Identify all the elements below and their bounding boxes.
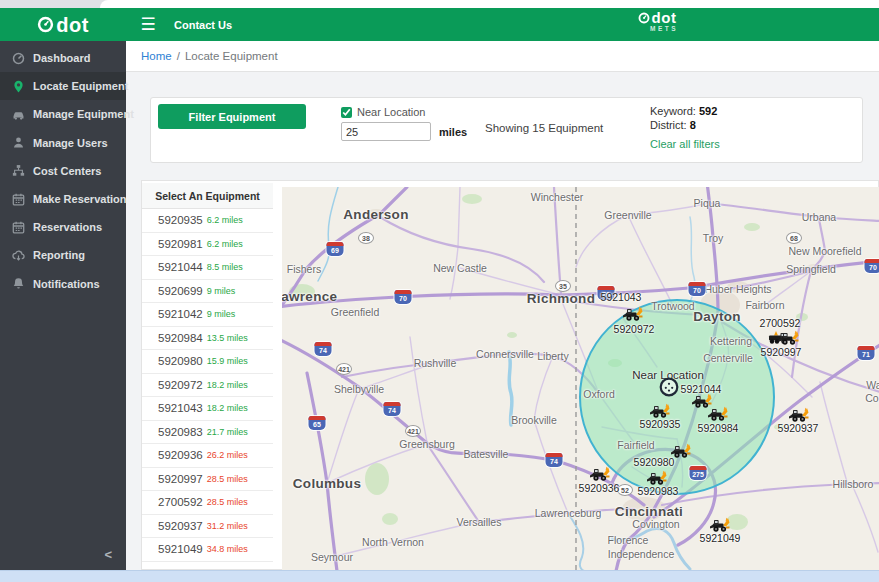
equipment-marker-5920937[interactable] — [789, 408, 811, 423]
map-city-label: Fairfield — [617, 439, 654, 451]
interstate-shield-65: 65 — [309, 416, 326, 430]
sidebar-item-cost-centers[interactable]: Cost Centers — [0, 157, 126, 185]
route-shield-38: 38 — [358, 232, 374, 244]
map-city-label: Batesville — [464, 448, 509, 460]
odot-mets-circle-icon — [638, 12, 650, 24]
equipment-marker-5920935[interactable] — [650, 404, 672, 419]
sidebar-item-dashboard[interactable]: Dashboard — [0, 44, 126, 72]
odot-logo[interactable]: dot — [0, 8, 126, 41]
district-filter-label: District: 8 — [650, 119, 696, 131]
equipment-marker-label: 5921044 — [681, 383, 722, 395]
equipment-row[interactable]: 592099728.5 miles — [142, 468, 273, 492]
radius-miles-input[interactable] — [341, 122, 431, 141]
showing-count-label: Showing 15 Equipment — [485, 122, 603, 134]
equipment-marker-5920936[interactable] — [590, 467, 612, 482]
equipment-list-header: Select An Equipment — [142, 183, 273, 209]
equipment-distance: 15.9 miles — [207, 356, 248, 366]
map-city-label: Greenfield — [331, 306, 379, 318]
breadcrumb-current: Locate Equipment — [185, 50, 278, 62]
equipment-marker-5920984[interactable] — [708, 407, 730, 422]
sidebar-item-label: Reservations — [33, 221, 102, 233]
interstate-shield-275: 275 — [690, 466, 707, 480]
car-icon — [12, 108, 25, 121]
equipment-list: Select An Equipment 59209356.2 miles5920… — [142, 183, 273, 569]
equipment-id: 5921049 — [158, 543, 203, 555]
equipment-id: 5920935 — [158, 214, 203, 226]
map-city-label: Trotwood — [651, 300, 694, 312]
equipment-marker-label: 5920983 — [638, 485, 679, 497]
equipment-marker[interactable] — [779, 331, 801, 346]
bell-icon — [12, 277, 25, 290]
map-city-label: Kettering — [710, 335, 752, 347]
equipment-row[interactable]: 592093731.2 miles — [142, 515, 273, 539]
clear-all-filters-link[interactable]: Clear all filters — [650, 138, 720, 150]
sidebar-item-notifications[interactable]: Notifications — [0, 270, 126, 298]
equipment-marker-label: 5920935 — [640, 418, 681, 430]
equipment-id: 5921043 — [158, 402, 203, 414]
sidebar-item-locate-equipment[interactable]: Locate Equipment — [0, 72, 126, 100]
equipment-row[interactable]: 59209356.2 miles — [142, 209, 273, 233]
equipment-marker-5920983[interactable] — [647, 471, 669, 486]
breadcrumb-separator: / — [177, 50, 180, 62]
equipment-id: 5920936 — [158, 449, 203, 461]
sidebar-item-reporting[interactable]: Reporting — [0, 241, 126, 269]
map-city-label: Covington — [632, 518, 679, 530]
equipment-marker-5921049[interactable] — [710, 518, 732, 533]
equipment-distance: 18.2 miles — [207, 403, 248, 413]
equipment-row[interactable]: 59210429 miles — [142, 303, 273, 327]
equipment-row[interactable]: 592093626.2 miles — [142, 444, 273, 468]
map-city-label: Greensburg — [399, 438, 454, 450]
brand-right-sub: METS — [626, 26, 702, 33]
breadcrumb-home-link[interactable]: Home — [141, 50, 172, 62]
equipment-distance: 8.5 miles — [207, 262, 243, 272]
equipment-row[interactable]: 59210448.5 miles — [142, 256, 273, 280]
equipment-row[interactable]: 592097218.2 miles — [142, 374, 273, 398]
equipment-distance: 9 miles — [207, 286, 236, 296]
map-city-label: Florence — [608, 534, 649, 546]
map-city-label: Versailles — [457, 516, 502, 528]
equipment-marker-5920972[interactable] — [623, 307, 645, 322]
sidebar-item-manage-users[interactable]: Manage Users — [0, 129, 126, 157]
equipment-distance: 21.7 miles — [207, 427, 248, 437]
equipment-row[interactable]: 592098413.5 miles — [142, 327, 273, 351]
equipment-marker-label: 5920980 — [634, 456, 675, 468]
equipment-marker-label: 5921043 — [601, 291, 642, 303]
map-city-label: Greenville — [604, 209, 651, 221]
equipment-row[interactable]: 592098015.9 miles — [142, 350, 273, 374]
map-overlay-layer: WinchesterAndersonGreenvillePiquaUrbanaT… — [282, 187, 879, 571]
map-city-label: Troy — [703, 232, 724, 244]
sidebar-item-label: Manage Users — [33, 137, 108, 149]
equipment-row[interactable]: 592104318.2 miles — [142, 397, 273, 421]
map-city-label: Winchester — [531, 191, 584, 203]
near-location-checkbox[interactable] — [341, 107, 352, 118]
equipment-row[interactable]: 59206999 miles — [142, 280, 273, 304]
district-value: 8 — [690, 119, 696, 131]
contact-us-link[interactable]: Contact Us — [174, 8, 232, 41]
sidebar-collapse-button[interactable]: < — [104, 547, 112, 562]
map-city-label: Centerville — [703, 352, 753, 364]
sidebar-item-manage-equipment[interactable]: Manage Equipment — [0, 100, 126, 128]
calendar-icon — [12, 221, 25, 234]
odot-mets-logo: dot METS — [612, 10, 702, 33]
equipment-row[interactable]: 592098321.7 miles — [142, 421, 273, 445]
equipment-distance: 26.2 miles — [207, 450, 248, 460]
sidebar-item-label: Cost Centers — [33, 165, 101, 177]
equipment-rows: 59209356.2 miles59209816.2 miles59210448… — [142, 209, 273, 562]
near-location-label[interactable]: Near Location — [357, 106, 426, 118]
equipment-distance: 28.5 miles — [207, 497, 248, 507]
equipment-distance: 18.2 miles — [207, 380, 248, 390]
user-icon — [12, 136, 25, 149]
map-city-label: Shelbyville — [334, 383, 384, 395]
map-city-label: Urbana — [802, 211, 836, 223]
filter-equipment-button[interactable]: Filter Equipment — [158, 104, 306, 129]
map-canvas[interactable]: WinchesterAndersonGreenvillePiquaUrbanaT… — [282, 187, 879, 571]
equipment-row[interactable]: 59209816.2 miles — [142, 233, 273, 257]
bottom-taskbar-strip — [0, 570, 879, 582]
sidebar-item-make-reservation[interactable]: Make Reservation — [0, 185, 126, 213]
equipment-marker-label: 5920984 — [698, 422, 739, 434]
near-location-icon[interactable] — [658, 376, 680, 398]
sidebar-item-reservations[interactable]: Reservations — [0, 213, 126, 241]
equipment-row[interactable]: 270059228.5 miles — [142, 491, 273, 515]
equipment-row[interactable]: 592104934.8 miles — [142, 538, 273, 562]
menu-toggle-icon[interactable]: ☰ — [132, 8, 164, 41]
